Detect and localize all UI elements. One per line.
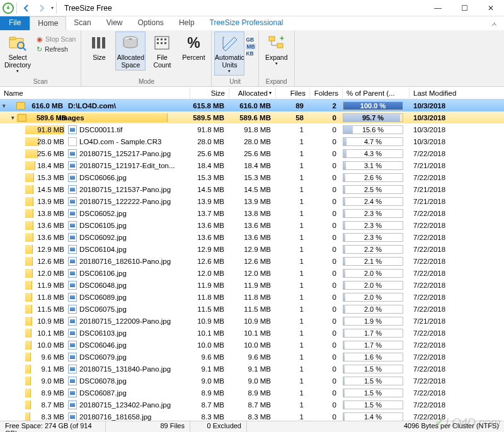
tree-file-row[interactable]: 9.6 MBDSC06079.jpg9.6 MB9.6 MB101.6 %7/2… — [0, 351, 504, 363]
image-file-icon — [68, 233, 77, 242]
tree-file-row[interactable]: 8.3 MB20180716_181658.jpg8.3 MB8.3 MB101… — [0, 411, 504, 421]
tree-file-row[interactable]: 11.8 MBDSC06089.jpg11.8 MB11.8 MB102.0 %… — [0, 291, 504, 303]
ribbon-group-scan: Select Directory ▾ ◉Stop Scan ↻Refresh S… — [0, 30, 81, 86]
tab-scan[interactable]: Scan — [66, 16, 98, 30]
tree-file-row[interactable]: 11.5 MBDSC06075.jpg11.5 MB11.5 MB102.0 %… — [0, 303, 504, 315]
image-file-icon — [68, 173, 77, 182]
tree-file-row[interactable]: 13.8 MBDSC06052.jpg13.7 MB13.8 MB102.3 %… — [0, 207, 504, 219]
size-bar — [25, 245, 33, 254]
tree-file-row[interactable]: 12.0 MBDSC06106.jpg12.0 MB12.0 MB102.0 %… — [0, 267, 504, 279]
col-modified[interactable]: Last Modified — [410, 88, 504, 98]
refresh-icon: ↻ — [37, 45, 42, 53]
tree-file-row[interactable]: 91.8 MBDSC00011.tif91.8 MB91.8 MB1015.6 … — [0, 123, 504, 135]
collapse-icon[interactable]: ▾ — [9, 115, 16, 121]
automatic-units-button[interactable]: Automatic Units ▾ — [214, 31, 244, 76]
refresh-button[interactable]: ↻Refresh — [34, 44, 78, 54]
ribbon-group-expand: + Expand ▾ Expand — [259, 30, 295, 86]
tree-file-row[interactable]: 25.6 MB20180715_125217-Pano.jpg25.6 MB25… — [0, 147, 504, 159]
tab-file[interactable]: File — [0, 16, 30, 30]
file-name: 20180715_125217-Pano.jpg — [79, 150, 171, 157]
svg-rect-6 — [102, 37, 105, 48]
collapse-ribbon-button[interactable]: ㅅ — [484, 18, 504, 30]
tree-file-row[interactable]: 8.7 MB20180715_123402-Pano.jpg8.7 MB8.7 … — [0, 399, 504, 411]
group-label-scan: Scan — [3, 77, 78, 86]
tree-file-row[interactable]: 28.0 MBLO4D.com - Sample.CR328.0 MB28.0 … — [0, 135, 504, 147]
percent-bar: 4.7 % — [343, 137, 403, 146]
mode-percent-button[interactable]: % Percent — [178, 31, 209, 63]
size-bar — [25, 389, 31, 397]
qat-dropdown-icon[interactable]: ▾ — [51, 5, 54, 11]
tab-pro-link[interactable]: TreeSize Professional — [202, 16, 291, 30]
file-name: DSC00011.tif — [79, 126, 122, 134]
tree-file-row[interactable]: 15.3 MBDSC06066.jpg15.3 MB15.3 MB102.6 %… — [0, 171, 504, 183]
size-bar — [25, 412, 30, 421]
percent-bar: 1.6 % — [343, 353, 403, 361]
svg-rect-5 — [97, 37, 100, 48]
svg-rect-4 — [92, 37, 95, 48]
size-bar — [25, 305, 32, 314]
tree-file-row[interactable]: 9.1 MB20180715_131840-Pano.jpg9.1 MB9.1 … — [0, 363, 504, 375]
tree-file-row[interactable]: 10.9 MB20180715_122009-Pano.jpg10.9 MB10… — [0, 315, 504, 327]
app-logo-icon — [3, 3, 14, 14]
file-icon — [68, 137, 77, 146]
col-pct[interactable]: % of Parent (... — [343, 88, 410, 98]
col-name[interactable]: Name — [0, 88, 190, 98]
tree-file-row[interactable]: 10.0 MBDSC06046.jpg10.0 MB10.0 MB101.7 %… — [0, 339, 504, 351]
tree-file-row[interactable]: 18.4 MB20180715_121917-Edit_ton...18.4 M… — [0, 159, 504, 171]
size-bar — [25, 365, 31, 373]
image-file-icon — [68, 293, 77, 302]
size-bar — [25, 401, 31, 409]
file-name: DSC06089.jpg — [79, 293, 127, 301]
tree-file-row[interactable]: 14.5 MB20180715_121537-Pano.jpg14.5 MB14… — [0, 183, 504, 195]
minimize-button[interactable]: — — [425, 0, 451, 16]
tree-file-row[interactable]: 12.9 MBDSC06104.jpg12.9 MB12.9 MB102.2 %… — [0, 243, 504, 255]
disk-icon — [121, 33, 140, 52]
file-name: DSC06106.jpg — [79, 270, 127, 277]
file-name: DSC06052.jpg — [79, 210, 127, 217]
file-name: DSC06087.jpg — [79, 389, 127, 397]
expand-button[interactable]: + Expand ▾ — [261, 31, 292, 68]
select-directory-button[interactable]: Select Directory ▾ — [3, 31, 33, 76]
col-size[interactable]: Size — [190, 88, 229, 98]
tree-file-row[interactable]: 13.9 MB20180715_122222-Pano.jpg13.9 MB13… — [0, 195, 504, 207]
expand-tree-icon: + — [267, 33, 286, 52]
col-folders[interactable]: Folders — [310, 88, 343, 98]
col-files[interactable]: Files — [276, 88, 310, 98]
tree-root-row[interactable]: ▾ 616.0 MB D:\LO4D.com\ 615.8 MB 616.0 M… — [0, 99, 504, 111]
forward-button[interactable] — [35, 1, 49, 15]
mode-filecount-button[interactable]: File Count — [147, 31, 177, 71]
tree-folder-row[interactable]: ▾ 589.6 MB Images 589.5 MB 589.6 MB 58 0… — [0, 111, 504, 123]
size-bar: 589.6 MB — [16, 113, 168, 122]
root-size: 616.0 MB — [28, 102, 63, 110]
collapse-icon[interactable]: ▾ — [0, 103, 8, 109]
tree-file-row[interactable]: 12.6 MB20180716_182610-Pano.jpg12.6 MB12… — [0, 255, 504, 267]
tree-file-row[interactable]: 11.9 MBDSC06048.jpg11.9 MB11.9 MB102.0 %… — [0, 279, 504, 291]
percent-bar: 2.0 % — [343, 281, 403, 290]
tab-help[interactable]: Help — [171, 16, 202, 30]
mode-size-button[interactable]: Size — [84, 31, 114, 63]
back-button[interactable] — [20, 1, 33, 15]
close-button[interactable]: ✕ — [478, 0, 504, 16]
titlebar: ▾ TreeSize Free — ☐ ✕ — [0, 0, 504, 16]
stop-scan-button[interactable]: ◉Stop Scan — [34, 34, 78, 44]
size-bar — [25, 293, 32, 302]
svg-rect-15 — [164, 42, 166, 44]
tab-options[interactable]: Options — [130, 16, 171, 30]
tree-file-row[interactable]: 9.0 MBDSC06078.jpg9.0 MB9.0 MB101.5 %7/2… — [0, 375, 504, 387]
tree-file-row[interactable]: 13.6 MBDSC06092.jpg13.6 MB13.6 MB102.3 %… — [0, 231, 504, 243]
tab-view[interactable]: View — [99, 16, 130, 30]
tree-file-row[interactable]: 8.9 MBDSC06087.jpg8.9 MB8.9 MB101.5 %7/2… — [0, 387, 504, 399]
file-name: DSC06066.jpg — [79, 174, 127, 181]
tree-file-row[interactable]: 10.1 MBDSC06103.jpg10.1 MB10.1 MB101.7 %… — [0, 327, 504, 339]
tab-home[interactable]: Home — [30, 16, 66, 30]
svg-line-3 — [23, 48, 26, 50]
tree-file-row[interactable]: 13.6 MBDSC06105.jpg13.6 MB13.6 MB102.3 %… — [0, 219, 504, 231]
folder-icon — [18, 114, 26, 122]
maximize-button[interactable]: ☐ — [451, 0, 478, 16]
col-allocated[interactable]: Allocated▾ — [229, 88, 276, 98]
mode-allocated-button[interactable]: Allocated Space — [115, 31, 146, 71]
svg-rect-16 — [269, 37, 275, 41]
image-file-icon — [68, 401, 77, 409]
file-tree[interactable]: ▾ 616.0 MB D:\LO4D.com\ 615.8 MB 616.0 M… — [0, 99, 504, 421]
status-cluster: 4096 Bytes per Cluster (NTFS) — [247, 421, 504, 432]
